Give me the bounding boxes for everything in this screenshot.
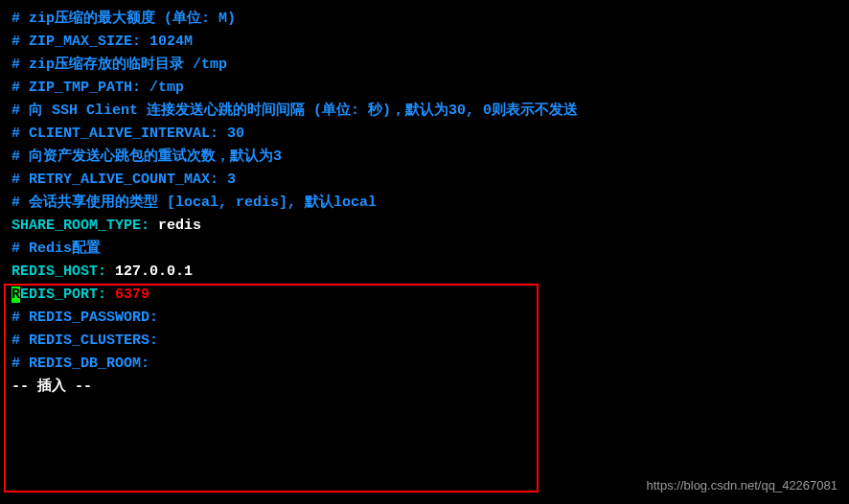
config-comment: # Redis配置 [11, 238, 838, 261]
config-comment: # 向资产发送心跳包的重试次数，默认为3 [11, 146, 838, 169]
config-key: REDIS_HOST: [11, 263, 115, 280]
config-comment: # CLIENT_ALIVE_INTERVAL: 30 [11, 123, 838, 146]
config-comment: # 向 SSH Client 连接发送心跳的时间间隔 (单位: 秒)，默认为30… [11, 100, 838, 123]
config-comment: # ZIP_MAX_SIZE: 1024M [11, 31, 838, 54]
config-key: EDIS_PORT: [20, 286, 115, 303]
config-line-redis-port: REDIS_PORT: 6379 [11, 284, 838, 307]
terminal-content[interactable]: # zip压缩的最大额度 (单位: M) # ZIP_MAX_SIZE: 102… [11, 8, 838, 399]
config-comment: # 会话共享使用的类型 [local, redis], 默认local [11, 192, 838, 215]
config-comment: # ZIP_TMP_PATH: /tmp [11, 77, 838, 100]
config-comment: # RETRY_ALIVE_COUNT_MAX: 3 [11, 169, 838, 192]
config-line-redis-host: REDIS_HOST: 127.0.0.1 [11, 261, 838, 284]
config-value: 127.0.0.1 [115, 263, 193, 280]
config-comment: # zip压缩存放的临时目录 /tmp [11, 54, 838, 77]
config-comment: # REDIS_CLUSTERS: [11, 330, 838, 353]
config-value: 6379 [115, 286, 149, 303]
cursor-icon: R [11, 286, 20, 303]
config-comment: # REDIS_PASSWORD: [11, 307, 838, 330]
vim-mode-indicator: -- 插入 -- [11, 376, 838, 399]
config-key: SHARE_ROOM_TYPE: [11, 218, 158, 234]
config-comment: # REDIS_DB_ROOM: [11, 353, 838, 376]
config-line-share-room: SHARE_ROOM_TYPE: redis [11, 215, 838, 238]
config-value: redis [158, 218, 201, 234]
config-comment: # zip压缩的最大额度 (单位: M) [11, 8, 838, 31]
watermark-text: https://blog.csdn.net/qq_42267081 [647, 476, 838, 496]
